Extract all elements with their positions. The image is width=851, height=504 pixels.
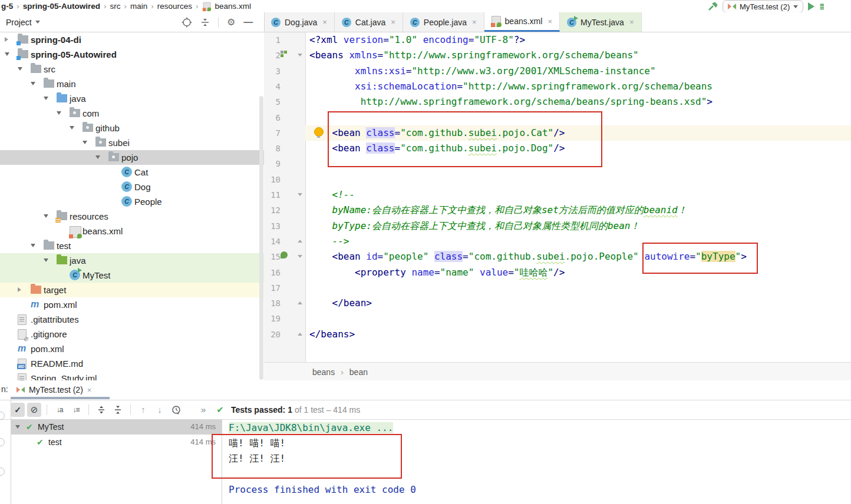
code-line[interactable]: 3 xmlns:xsi="http://www.w3.org/2001/XMLS… [264, 64, 851, 79]
code-line[interactable]: 18 </bean> [264, 296, 851, 311]
sort-alphabetically-button[interactable] [52, 403, 67, 417]
tree-item-subei[interactable]: subei [0, 135, 264, 150]
tree-item-spring-04-di[interactable]: spring-04-di [0, 32, 264, 47]
project-panel-title[interactable]: Project [6, 18, 40, 27]
tree-item-gitattributes[interactable]: .gitattributes [0, 312, 264, 327]
code-line[interactable]: 11 <!-- [264, 187, 851, 203]
close-icon[interactable]: × [322, 18, 327, 26]
next-failed-test-button[interactable] [153, 403, 167, 417]
tree-item-readme-md[interactable]: README.md [0, 356, 264, 371]
chevron-down-icon[interactable] [83, 141, 87, 144]
tree-item-pom-xml-root[interactable]: pom.xml [0, 341, 264, 356]
chevron-down-icon[interactable] [57, 111, 61, 115]
tree-item-spring-05-autowired[interactable]: spring-05-Autowired [0, 47, 264, 62]
chevron-down-icon[interactable] [70, 126, 74, 130]
test-tree-row-mytest[interactable]: MyTest 414 ms [11, 419, 222, 435]
locate-file-icon[interactable] [182, 17, 192, 28]
tree-item-pojo[interactable]: pojo [0, 150, 264, 165]
fold-marker-icon[interactable] [298, 301, 302, 304]
show-ignored-toggle[interactable] [27, 403, 41, 417]
fold-marker-icon[interactable] [298, 333, 302, 336]
code-line[interactable]: 20</beans> [264, 327, 851, 342]
tree-scrollbar[interactable] [259, 96, 263, 380]
tab-cat-java[interactable]: Cat.java × [335, 12, 403, 32]
tree-item-test[interactable]: test [0, 238, 264, 253]
console-line-system[interactable]: Process finished with exit code 0 [229, 482, 416, 498]
chevron-down-icon[interactable] [31, 244, 35, 247]
code-line[interactable]: 4 xsi:schemaLocation="http://www.springf… [264, 79, 851, 94]
close-icon[interactable]: × [547, 17, 552, 26]
test-history-clock-icon[interactable] [169, 403, 183, 417]
run-button[interactable] [808, 2, 814, 11]
code-line[interactable]: 16 <property name="name" value="哇哈哈"/> [264, 265, 851, 280]
code-line[interactable]: 15 <bean id="people" class="com.github.s… [264, 249, 851, 264]
tab-dog-java[interactable]: Dog.java × [264, 12, 335, 32]
fold-marker-icon[interactable] [298, 240, 302, 243]
intention-bulb-icon[interactable] [314, 127, 324, 137]
previous-failed-test-button[interactable] [136, 403, 150, 417]
coverage-icon[interactable]: ≣ [819, 1, 824, 12]
hide-panel-icon[interactable]: — [243, 17, 253, 28]
code-line[interactable]: 10 [264, 172, 851, 187]
breadcrumb-resources[interactable]: resources [157, 2, 192, 11]
code-line[interactable]: 14 --> [264, 234, 851, 249]
chevron-down-icon[interactable] [44, 214, 48, 218]
sort-by-duration-button[interactable] [69, 403, 83, 417]
tab-people-java[interactable]: People.java × [403, 12, 484, 32]
code-line[interactable]: 17 [264, 280, 851, 296]
tree-item-src[interactable]: src [0, 62, 264, 77]
close-icon[interactable]: × [87, 386, 92, 394]
tree-item-beans-xml[interactable]: beans.xml [0, 224, 264, 238]
tab-mytest-java[interactable]: MyTest.java × [560, 12, 642, 32]
breadcrumb-src[interactable]: src [110, 2, 121, 11]
tree-item-cat[interactable]: Cat [0, 165, 264, 180]
expand-all-button[interactable] [94, 403, 108, 417]
fold-marker-icon[interactable] [298, 193, 302, 196]
close-icon[interactable]: × [629, 18, 634, 26]
fold-marker-icon[interactable] [298, 255, 302, 258]
tree-item-resources[interactable]: resources [0, 209, 264, 224]
spring-bean-gutter-icon[interactable] [281, 251, 288, 258]
close-icon[interactable]: × [472, 18, 477, 26]
tree-item-dog[interactable]: Dog [0, 180, 264, 194]
spring-gutter-icon[interactable] [281, 51, 288, 58]
breadcrumb-file[interactable]: beans.xml [215, 2, 252, 11]
breadcrumb-bean[interactable]: bean [349, 367, 368, 377]
collapse-all-button[interactable] [111, 403, 125, 417]
code-line[interactable]: 19 [264, 311, 851, 326]
gear-icon[interactable]: ⚙ [227, 16, 235, 28]
code-line[interactable]: 5 http://www.springframework.org/schema/… [264, 94, 851, 110]
chevron-right-icon[interactable] [18, 287, 21, 292]
breadcrumb-main[interactable]: main [130, 2, 147, 11]
tree-item-java-test[interactable]: java [0, 253, 264, 268]
breadcrumb-beans[interactable]: beans [312, 367, 335, 377]
chevron-down-icon[interactable] [95, 155, 100, 159]
tree-item-people[interactable]: People [0, 194, 264, 209]
chevron-down-icon[interactable] [5, 52, 9, 56]
tree-item-gitignore[interactable]: .gitignore [0, 327, 264, 341]
tree-item-mytest[interactable]: MyTest [0, 268, 264, 283]
code-line[interactable]: 12 byName:会自动在容器上下文中查找，和自己对象set方法后而的值对应的… [264, 203, 851, 218]
chevron-down-icon[interactable] [44, 258, 48, 262]
breadcrumb-project[interactable]: g-5 [1, 2, 13, 11]
chevron-down-icon[interactable] [15, 425, 20, 429]
more-toolbar-icon[interactable]: » [201, 404, 206, 415]
code-line[interactable]: 2<beans xmlns="http://www.springframewor… [264, 48, 851, 63]
tree-item-com[interactable]: com [0, 106, 264, 121]
breadcrumb-module[interactable]: spring-05-Autowired [23, 2, 100, 11]
code-editor[interactable]: 1<?xml version="1.0" encoding="UTF-8"?> … [264, 32, 851, 362]
tree-item-github[interactable]: github [0, 121, 264, 135]
tree-item-target[interactable]: target [0, 283, 264, 297]
tab-beans-xml[interactable]: beans.xml × [484, 12, 560, 32]
code-line[interactable]: 13 byType:会自动在容器上下文中查找，和自己对象属性类型机同的bean！ [264, 218, 851, 234]
show-passed-toggle[interactable] [11, 403, 25, 417]
collapse-all-icon[interactable] [200, 18, 210, 27]
fold-marker-icon[interactable] [298, 54, 302, 57]
tree-item-java-main[interactable]: java [0, 91, 264, 106]
chevron-down-icon[interactable] [31, 82, 35, 85]
tree-item-pom-xml-module[interactable]: pom.xml [0, 297, 264, 312]
close-icon[interactable]: × [391, 18, 395, 26]
code-line[interactable]: 1<?xml version="1.0" encoding="UTF-8"?> [264, 32, 851, 48]
test-tree-row-test[interactable]: test 414 ms [11, 435, 222, 450]
tree-item-main[interactable]: main [0, 77, 264, 91]
